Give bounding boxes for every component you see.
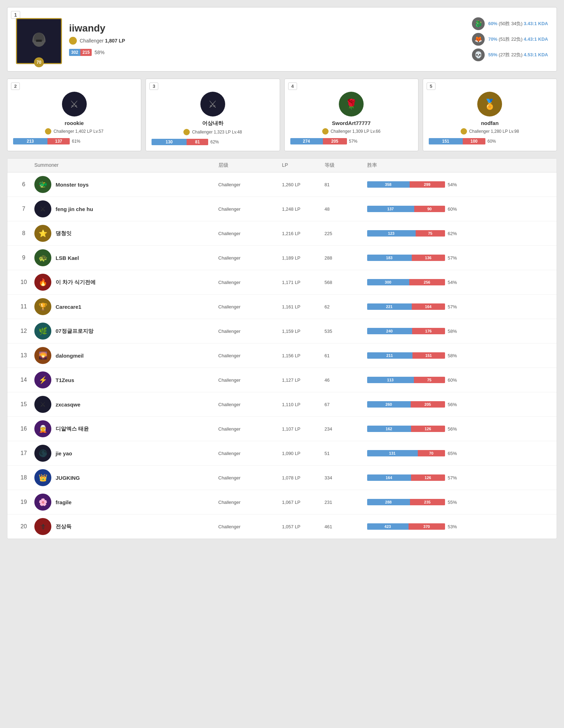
row-summoner: 🌸 fragile xyxy=(34,494,218,511)
summoner-avatar: 🗡 xyxy=(34,518,51,535)
row-winrate: 300 256 54% xyxy=(367,279,551,285)
rank3-card: 3 ⚔ 어상내하 Challenger 1,323 LP Lv.48 130 8… xyxy=(146,79,280,151)
mini-bar-loss: 176 xyxy=(412,328,445,334)
champ-stat-row: 💀 55% (27胜 22负) 4.53:1 KDA xyxy=(472,49,548,61)
summoner-name: zxcasqwe xyxy=(56,402,80,408)
row-rank: 12 xyxy=(13,328,34,334)
row-lp: 1,127 LP xyxy=(282,377,325,383)
table-row: 19 🌸 fragile Challenger 1,067 LP 231 288… xyxy=(7,490,557,514)
card-wins-3: 130 xyxy=(152,139,187,145)
row-tier: Challenger xyxy=(218,182,282,187)
row-winrate: 123 75 62% xyxy=(367,230,551,237)
table-row: 8 ⭐ 댕청잇 Challenger 1,216 LP 225 123 75 6… xyxy=(7,221,557,246)
row-winrate: 131 70 65% xyxy=(367,450,551,456)
row-summoner: 🏆 Carecare1 xyxy=(34,298,218,315)
row-level: 62 xyxy=(325,304,367,309)
row-tier: Challenger xyxy=(218,304,282,309)
summoner-name: Monster toys xyxy=(56,182,89,188)
summoner-name: dalongmeil xyxy=(56,353,84,359)
summoner-name: Carecare1 xyxy=(56,304,81,310)
row-summoner: 🔥 이 차가 식기전에 xyxy=(34,274,218,291)
row-tier: Challenger xyxy=(218,231,282,236)
card-rank-3: Challenger 1,323 LP Lv.48 xyxy=(152,129,274,135)
row-lp: 1,057 LP xyxy=(282,524,325,529)
mini-bar-loss: 370 xyxy=(409,523,445,530)
champ-stat-text: 55% (27胜 22负) 4.53:1 KDA xyxy=(488,52,548,58)
mini-bar-loss: 75 xyxy=(414,377,445,383)
card-pct-3: 62% xyxy=(210,140,219,144)
rank1-wins: 302 xyxy=(69,49,80,56)
table-body: 6 🐲 Monster toys Challenger 1,260 LP 81 … xyxy=(7,172,557,539)
row-summoner: 🐲 Monster toys xyxy=(34,176,218,193)
mini-bar: 137 90 xyxy=(367,206,445,212)
rank1-champs: 🐉 60% (50胜 34负) 3.43:1 KDA 🦊 70% (51胜 22… xyxy=(472,17,548,61)
row-summoner: 🐢 LSB Kael xyxy=(34,249,218,266)
mini-bar-win: 211 xyxy=(367,352,412,359)
header-level: 等级 xyxy=(325,162,367,169)
row-pct: 57% xyxy=(448,475,457,480)
card-name-2: roookie xyxy=(13,120,135,126)
card-rank-icon-5 xyxy=(461,128,467,135)
card-rank-icon-4 xyxy=(322,128,329,135)
row-lp: 1,159 LP xyxy=(282,329,325,334)
card-name-5: nodfan xyxy=(429,120,551,126)
row-tier: Challenger xyxy=(218,500,282,505)
row-rank: 16 xyxy=(13,426,34,432)
svg-rect-3 xyxy=(36,40,42,42)
row-winrate: 423 370 53% xyxy=(367,523,551,530)
row-pct: 56% xyxy=(448,402,457,407)
card-avatar-3: ⚔ xyxy=(200,92,225,116)
summoner-avatar: 👑 xyxy=(34,469,51,486)
row-winrate: 240 176 58% xyxy=(367,328,551,334)
card-losses-4: 205 xyxy=(323,138,347,144)
rank-badge-5: 5 xyxy=(427,83,435,90)
mini-bar: 300 256 xyxy=(367,279,445,285)
rank1-level: 70 xyxy=(34,57,44,67)
mini-bar-win: 137 xyxy=(367,206,414,212)
summoner-name: jie yao xyxy=(56,450,72,456)
table-row: 18 👑 JUGKING Challenger 1,078 LP 334 164… xyxy=(7,466,557,490)
card-pct-2: 61% xyxy=(72,139,80,144)
table-row: 6 🐲 Monster toys Challenger 1,260 LP 81 … xyxy=(7,172,557,197)
row-winrate: 164 126 57% xyxy=(367,474,551,481)
rank4-card: 4 🌹 SwordArt77777 Challenger 1,309 LP Lv… xyxy=(284,79,418,151)
mini-bar-win: 288 xyxy=(367,499,410,505)
row-summoner: 🌄 dalongmeil xyxy=(34,347,218,364)
summoner-avatar: 🏆 xyxy=(34,298,51,315)
row-lp: 1,248 LP xyxy=(282,206,325,212)
row-lp: 1,189 LP xyxy=(282,255,325,261)
mini-bar: 260 205 xyxy=(367,401,445,408)
champ-icon: 🐉 xyxy=(472,17,485,30)
row-rank: 11 xyxy=(13,303,34,310)
row-winrate: 221 164 57% xyxy=(367,303,551,310)
table-row: 16 🧝 디알엑스 태윤 Challenger 1,107 LP 234 162… xyxy=(7,417,557,441)
row-rank: 18 xyxy=(13,474,34,481)
mini-bar-loss: 235 xyxy=(410,499,445,505)
mini-bar-win: 113 xyxy=(367,377,414,383)
row-pct: 53% xyxy=(448,524,457,529)
summoner-name: 07정글프로지망 xyxy=(56,328,93,335)
header-lp: LP xyxy=(282,162,325,169)
row-pct: 60% xyxy=(448,206,457,212)
row-rank: 13 xyxy=(13,352,34,359)
mini-bar-win: 164 xyxy=(367,474,411,481)
row-tier: Challenger xyxy=(218,329,282,334)
card-name-3: 어상내하 xyxy=(152,120,274,127)
summoner-avatar: 🌄 xyxy=(34,347,51,364)
card-bar-4: 274 205 xyxy=(290,138,347,144)
card-rank-4: Challenger 1,309 LP Lv.66 xyxy=(290,128,412,135)
row-level: 46 xyxy=(325,377,367,383)
mini-bar-loss: 90 xyxy=(414,206,445,212)
rank-badge-3: 3 xyxy=(149,83,158,90)
row-winrate: 137 90 60% xyxy=(367,206,551,212)
ranks2to5-row: 2 ⚔ roookie Challenger 1,402 LP Lv.57 21… xyxy=(7,79,557,151)
summoner-name: 댕청잇 xyxy=(56,230,72,237)
row-summoner: 🌑 jie yao xyxy=(34,445,218,462)
row-lp: 1,156 LP xyxy=(282,353,325,358)
mini-bar: 162 126 xyxy=(367,426,445,432)
mini-bar-loss: 164 xyxy=(412,303,445,310)
row-tier: Challenger xyxy=(218,280,282,285)
card-pct-4: 57% xyxy=(349,139,358,144)
card-barrow-3: 130 81 62% xyxy=(152,139,274,145)
row-lp: 1,171 LP xyxy=(282,280,325,285)
